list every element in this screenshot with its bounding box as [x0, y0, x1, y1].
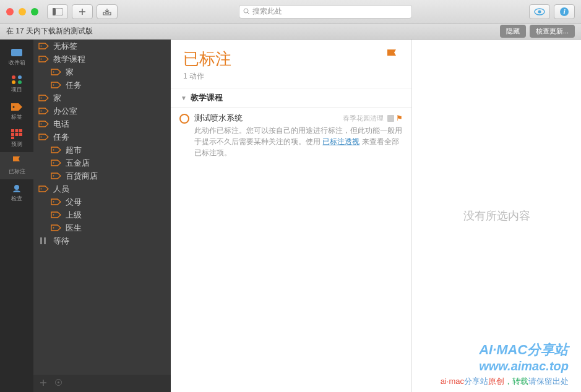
- tag-item[interactable]: 人员: [33, 182, 171, 195]
- flag-icon: [385, 48, 399, 66]
- tag-item[interactable]: 上级: [33, 208, 171, 221]
- tag-item[interactable]: 任务: [33, 79, 171, 92]
- disclosure-triangle-icon[interactable]: ▼: [181, 95, 187, 101]
- perspective-forecast[interactable]: 预测: [0, 125, 33, 152]
- svg-rect-15: [19, 129, 22, 132]
- task-title-text: 测试喷水系统: [194, 113, 243, 124]
- tag-item[interactable]: 五金店: [33, 156, 171, 169]
- hide-notice-button[interactable]: 隐藏: [500, 25, 526, 38]
- svg-point-22: [53, 72, 54, 73]
- task-row[interactable]: 测试喷水系统 春季花园清理 ⚑ 此动作已标注。您可以按自己的用途进行标注，但此功…: [171, 108, 411, 163]
- group-title: 教学课程: [191, 92, 223, 103]
- calendar-icon: [387, 115, 394, 122]
- update-notice-bar: 在 17 天内下载新的测试版 隐藏 核查更新...: [0, 23, 581, 40]
- tag-item[interactable]: 电话: [33, 117, 171, 130]
- tag-icon: [51, 198, 62, 205]
- svg-point-4: [538, 10, 541, 13]
- tag-item[interactable]: 办公室: [33, 104, 171, 117]
- svg-point-28: [53, 150, 54, 151]
- tag-icon: [38, 108, 49, 114]
- settings-button[interactable]: [54, 378, 62, 388]
- svg-point-21: [41, 59, 42, 60]
- flagged-perspective-link[interactable]: 已标注透视: [322, 137, 359, 146]
- task-note: 此动作已标注。您可以按自己的用途进行标注，但此功能一般用于提示不久后需要某种关注…: [194, 125, 403, 158]
- svg-point-32: [53, 202, 54, 203]
- perspective-review[interactable]: 检查: [0, 179, 33, 207]
- tag-icon: [51, 82, 62, 88]
- tag-item[interactable]: 任务: [33, 130, 171, 143]
- svg-point-38: [58, 381, 59, 383]
- tag-icon: [51, 224, 62, 231]
- tag-label: 任务: [53, 132, 69, 143]
- tag-label: 家: [53, 93, 61, 104]
- project-group-header[interactable]: ▼ 教学课程: [171, 88, 411, 108]
- main-area: 收件箱项目标签预测已标注检查 无标签教学课程家任务家办公室电话任务超市五金店百货…: [0, 40, 581, 392]
- tag-item[interactable]: 无标签: [33, 40, 171, 53]
- svg-rect-35: [40, 237, 42, 244]
- task-checkbox[interactable]: [179, 114, 189, 124]
- tag-sidebar: 无标签教学课程家任务家办公室电话任务超市五金店百货商店人员父母上级医生等待: [33, 40, 171, 392]
- svg-point-30: [53, 176, 54, 177]
- perspective-tags[interactable]: 标签: [0, 98, 33, 125]
- search-input[interactable]: 搜索此处: [239, 5, 412, 19]
- svg-point-27: [41, 137, 42, 138]
- tag-icon: [51, 211, 62, 218]
- sidebar-icon: [53, 8, 62, 15]
- perspective-flagged[interactable]: 已标注: [0, 152, 33, 179]
- zoom-window[interactable]: [31, 8, 38, 15]
- tag-item[interactable]: 教学课程: [33, 53, 171, 66]
- task-project: 春季花园清理: [343, 114, 384, 123]
- tag-item[interactable]: 家: [33, 66, 171, 79]
- tag-label: 无标签: [53, 41, 77, 52]
- minimize-window[interactable]: [19, 8, 26, 15]
- add-tag-button[interactable]: [40, 379, 47, 388]
- perspective-title: 已标注: [183, 48, 231, 70]
- tag-label: 超市: [66, 145, 82, 156]
- svg-rect-1: [53, 8, 56, 15]
- search-placeholder: 搜索此处: [252, 6, 282, 17]
- inspector-empty-text: 没有所选内容: [463, 208, 530, 223]
- tag-item[interactable]: 父母: [33, 195, 171, 208]
- tag-label: 人员: [53, 184, 69, 195]
- perspective-sidebar: 收件箱项目标签预测已标注检查: [0, 40, 33, 392]
- tag-label: 上级: [66, 210, 82, 221]
- tag-icon: [51, 147, 62, 153]
- info-icon: i: [559, 7, 569, 17]
- view-button[interactable]: [529, 4, 550, 19]
- tag-label: 教学课程: [53, 54, 85, 65]
- tag-sidebar-footer: [33, 375, 171, 392]
- tag-item[interactable]: 超市: [33, 143, 171, 156]
- add-button[interactable]: [72, 4, 93, 19]
- tag-item[interactable]: 等待: [33, 234, 171, 247]
- close-window[interactable]: [6, 8, 14, 15]
- forecast-icon: [11, 129, 23, 139]
- tags-icon: [11, 102, 23, 112]
- svg-point-25: [41, 111, 42, 112]
- eye-icon: [534, 8, 545, 15]
- tag-label: 五金店: [66, 158, 90, 169]
- check-updates-button[interactable]: 核查更新...: [530, 25, 575, 38]
- svg-rect-19: [11, 137, 14, 139]
- plus-icon: [79, 8, 86, 15]
- tag-item[interactable]: 百货商店: [33, 169, 171, 182]
- svg-point-23: [53, 85, 54, 86]
- tag-item[interactable]: 家: [33, 92, 171, 104]
- inspector-button[interactable]: i: [554, 4, 575, 19]
- perspective-inbox[interactable]: 收件箱: [0, 43, 33, 70]
- svg-rect-16: [11, 133, 14, 136]
- perspective-projects[interactable]: 项目: [0, 70, 33, 98]
- tag-label: 医生: [66, 223, 82, 234]
- tag-item[interactable]: 医生: [33, 221, 171, 234]
- svg-point-8: [12, 75, 15, 79]
- tag-label: 家: [66, 67, 74, 78]
- tag-icon: [38, 185, 49, 192]
- svg-rect-18: [19, 133, 22, 136]
- svg-point-29: [53, 163, 54, 164]
- tag-label: 父母: [66, 197, 82, 208]
- svg-point-20: [41, 46, 42, 47]
- flagged-icon: [11, 156, 23, 166]
- archive-button[interactable]: [97, 4, 118, 19]
- svg-point-26: [41, 124, 42, 125]
- sidebar-toggle-button[interactable]: [47, 4, 68, 19]
- svg-rect-13: [11, 129, 14, 132]
